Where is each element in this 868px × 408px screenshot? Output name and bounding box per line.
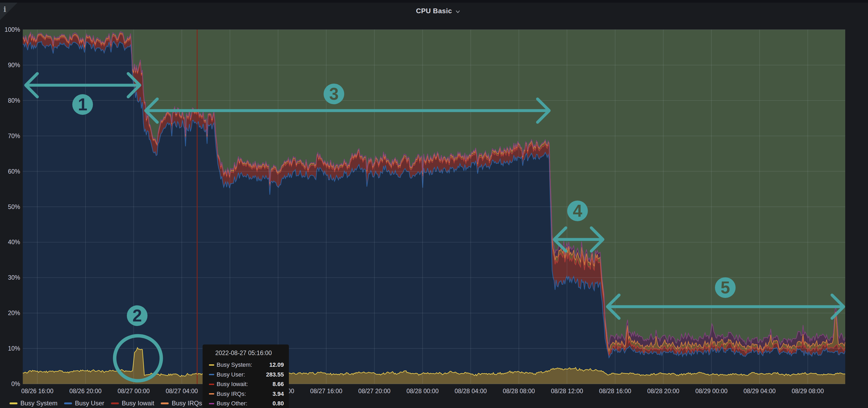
- legend-label: Busy User: [75, 400, 104, 407]
- legend-swatch: [9, 402, 18, 404]
- y-axis-label: 30%: [0, 274, 20, 281]
- series-swatch-busy-user: [209, 374, 214, 375]
- legend-label: Busy Iowait: [122, 400, 154, 407]
- annotation-badge-2: 2: [127, 305, 148, 326]
- legend: Busy SystemBusy UserBusy IowaitBusy IRQs: [9, 400, 209, 407]
- tooltip-value: 8.66: [273, 381, 284, 387]
- annotation-badge-3: 3: [323, 83, 344, 104]
- series-swatch-busy-other: [209, 403, 214, 404]
- tooltip-label: Busy IRQs:: [217, 390, 246, 398]
- tooltip-value: 12.09: [269, 362, 284, 368]
- annotation-badge-5: 5: [715, 277, 736, 298]
- tooltip-value: 0.80: [273, 400, 284, 407]
- legend-swatch: [111, 402, 119, 404]
- tooltip-timestamp: 2022-08-27 05:16:00: [215, 349, 289, 357]
- annotation-badge-4: 4: [567, 201, 588, 221]
- cpu-chart: [0, 0, 868, 408]
- legend-item-busy-iowait[interactable]: Busy Iowait: [111, 400, 154, 407]
- annotation-badge-1: 1: [72, 94, 93, 115]
- y-axis-label: 20%: [0, 310, 20, 317]
- y-axis-label: 90%: [0, 62, 20, 69]
- y-axis-label: 10%: [0, 345, 20, 352]
- legend-item-busy-system[interactable]: Busy System: [9, 400, 58, 407]
- tooltip-row: Busy Iowait:8.66: [203, 379, 289, 389]
- tooltip-row: Busy Other:0.80: [203, 399, 289, 408]
- series-swatch-busy-system: [209, 364, 214, 366]
- y-axis-label: 60%: [0, 168, 20, 175]
- tooltip-label: Busy System:: [217, 362, 252, 368]
- x-axis-label: 08/29 08:00: [778, 387, 837, 395]
- legend-swatch: [161, 402, 169, 404]
- y-axis-label: 40%: [0, 239, 20, 246]
- legend-item-busy-user[interactable]: Busy User: [64, 400, 104, 407]
- tooltip-row: Busy IRQs:3.94: [203, 389, 289, 399]
- legend-swatch: [64, 402, 72, 404]
- tooltip-label: Busy Iowait:: [217, 381, 248, 387]
- y-axis-label: 80%: [0, 97, 20, 104]
- y-axis-label: 0%: [0, 380, 20, 387]
- tooltip-label: Busy User:: [217, 371, 245, 378]
- tooltip-value: 283.55: [266, 371, 284, 378]
- tooltip-row: Busy User:283.55: [203, 370, 289, 380]
- tooltip-label: Busy Other:: [217, 400, 247, 407]
- series-swatch-busy-iowait: [209, 384, 214, 385]
- legend-label: Busy System: [21, 400, 58, 407]
- legend-label: Busy IRQs: [172, 400, 202, 407]
- y-axis-label: 70%: [0, 133, 20, 140]
- tooltip-row: Busy System:12.09: [203, 360, 289, 370]
- series-swatch-busy-irqs: [209, 393, 214, 395]
- tooltip: 2022-08-27 05:16:00 Busy System:12.09 Bu…: [203, 344, 289, 408]
- legend-item-busy-irqs[interactable]: Busy IRQs: [161, 400, 202, 407]
- y-axis-label: 50%: [0, 203, 20, 211]
- tooltip-value: 3.94: [273, 390, 284, 398]
- y-axis-label: 100%: [0, 26, 20, 33]
